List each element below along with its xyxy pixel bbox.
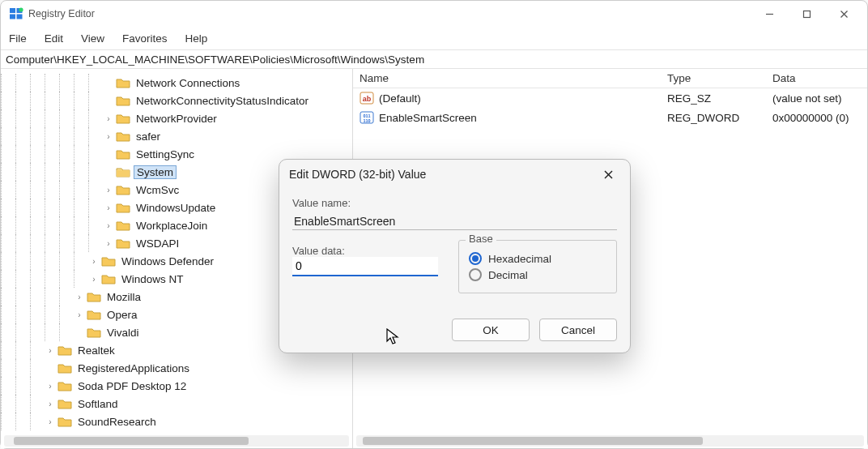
radio-decimal[interactable]: Decimal xyxy=(469,268,606,281)
tree-item[interactable]: NetworkConnectivityStatusIndicator xyxy=(1,92,352,109)
string-value-icon: ab xyxy=(360,91,374,105)
svg-text:110: 110 xyxy=(363,118,370,123)
address-bar[interactable]: Computer\HKEY_LOCAL_MACHINE\SOFTWARE\Pol… xyxy=(1,49,867,69)
value-name-label: Value name: xyxy=(292,197,617,209)
chevron-right-icon: › xyxy=(45,346,56,355)
svg-rect-0 xyxy=(10,8,15,13)
radio-checked-icon xyxy=(469,252,482,265)
cancel-button[interactable]: Cancel xyxy=(539,319,617,341)
titlebar: Registry Editor xyxy=(1,1,867,27)
tree-item[interactable]: Network Connections xyxy=(1,74,352,92)
chevron-right-icon: › xyxy=(103,221,114,230)
close-button[interactable] xyxy=(825,2,862,26)
menu-favorites[interactable]: Favorites xyxy=(122,32,168,45)
radio-hexadecimal[interactable]: Hexadecimal xyxy=(469,252,606,265)
svg-rect-3 xyxy=(17,15,23,19)
chevron-right-icon: › xyxy=(103,239,114,248)
value-data-input[interactable] xyxy=(292,257,438,276)
col-header-name[interactable]: Name xyxy=(353,72,661,84)
menu-view[interactable]: View xyxy=(81,32,104,45)
menu-help[interactable]: Help xyxy=(185,32,208,45)
value-name-field: EnableSmartScreen xyxy=(292,212,617,230)
svg-rect-2 xyxy=(10,15,15,19)
tree-item[interactable]: RegisteredApplications xyxy=(1,359,352,377)
chevron-right-icon: › xyxy=(45,400,56,408)
tree-item[interactable]: ›Softland xyxy=(1,395,352,413)
radio-unchecked-icon xyxy=(469,268,482,281)
chevron-right-icon: › xyxy=(88,275,100,284)
chevron-right-icon: › xyxy=(45,417,56,426)
minimize-button[interactable] xyxy=(751,2,788,26)
registry-editor-window: Registry Editor File Edit View Favorites… xyxy=(0,0,868,449)
col-header-type[interactable]: Type xyxy=(661,72,766,84)
dialog-title: Edit DWORD (32-bit) Value xyxy=(289,168,426,181)
chevron-right-icon: › xyxy=(74,310,85,319)
base-group: Base Hexadecimal Decimal xyxy=(458,240,617,293)
ok-button[interactable]: OK xyxy=(452,319,530,341)
tree-item[interactable]: ›safer xyxy=(1,127,352,145)
regedit-app-icon xyxy=(9,6,23,21)
window-title: Registry Editor xyxy=(28,8,751,19)
value-row-enablesmartscreen[interactable]: 011110 EnableSmartScreen REG_DWORD 0x000… xyxy=(353,108,867,127)
chevron-right-icon: › xyxy=(103,186,114,195)
list-header[interactable]: Name Type Data xyxy=(353,69,867,88)
svg-point-4 xyxy=(19,7,23,11)
tree-item[interactable]: ›Soda PDF Desktop 12 xyxy=(1,377,352,395)
address-text: Computer\HKEY_LOCAL_MACHINE\SOFTWARE\Pol… xyxy=(6,53,424,66)
tree-horizontal-scrollbar[interactable] xyxy=(4,435,349,447)
base-legend: Base xyxy=(466,233,496,245)
chevron-right-icon: › xyxy=(103,132,114,141)
dialog-close-button[interactable] xyxy=(596,163,620,186)
chevron-right-icon: › xyxy=(103,114,114,123)
maximize-button[interactable] xyxy=(788,2,825,26)
chevron-right-icon: › xyxy=(103,203,114,212)
menu-file[interactable]: File xyxy=(9,32,27,45)
value-row-default[interactable]: ab (Default) REG_SZ (value not set) xyxy=(353,88,867,108)
menu-edit[interactable]: Edit xyxy=(45,32,63,45)
chevron-right-icon: › xyxy=(74,293,85,301)
dword-value-icon: 011110 xyxy=(360,110,374,125)
chevron-right-icon: › xyxy=(88,257,100,266)
value-data-label: Value data: xyxy=(292,245,442,257)
chevron-right-icon: › xyxy=(45,382,56,391)
menu-bar: File Edit View Favorites Help xyxy=(1,27,867,49)
tree-item[interactable]: ›NetworkProvider xyxy=(1,109,352,127)
svg-rect-6 xyxy=(803,11,810,17)
values-horizontal-scrollbar[interactable] xyxy=(356,435,864,447)
col-header-data[interactable]: Data xyxy=(766,72,867,84)
edit-dword-dialog: Edit DWORD (32-bit) Value Value name: En… xyxy=(279,159,631,353)
svg-text:ab: ab xyxy=(363,95,372,103)
tree-item[interactable]: ›SoundResearch xyxy=(1,413,352,430)
